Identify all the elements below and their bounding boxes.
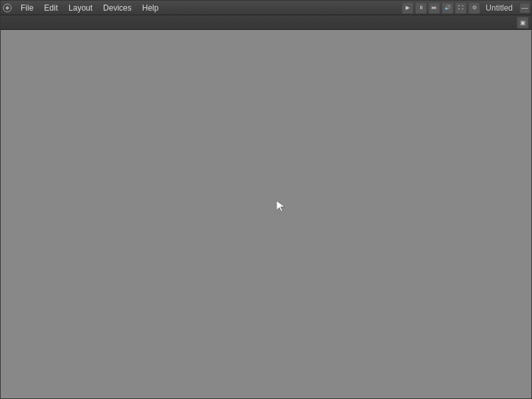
window-close-button[interactable]: — — [519, 3, 530, 13]
toolbar-row: ▣ — [1, 15, 531, 30]
main-canvas[interactable] — [1, 30, 531, 398]
svg-marker-1 — [277, 201, 285, 211]
fullscreen-button[interactable]: ⛶ — [455, 2, 467, 14]
skip-end-button[interactable]: ⏭ — [428, 2, 440, 14]
window-title: Untitled — [481, 2, 517, 14]
cursor-indicator — [277, 201, 285, 211]
panel-toggle-button[interactable]: ▣ — [517, 17, 529, 29]
menu-item-file[interactable]: File — [15, 1, 39, 15]
app-icon — [2, 3, 13, 13]
menu-items: File Edit Layout Devices Help — [15, 1, 402, 15]
pause-button[interactable]: ⏸ — [415, 2, 427, 14]
play-button[interactable]: ▶ — [402, 2, 414, 14]
toolbar-right: ▶ ⏸ ⏭ 🔊 ⛶ ⚙ Untitled — — [402, 2, 530, 14]
menu-bar: File Edit Layout Devices Help ▶ ⏸ ⏭ 🔊 ⛶ … — [1, 1, 531, 15]
menu-item-help[interactable]: Help — [137, 1, 164, 15]
settings-button[interactable]: ⚙ — [468, 2, 480, 14]
menu-item-edit[interactable]: Edit — [39, 1, 63, 15]
app-window: File Edit Layout Devices Help ▶ ⏸ ⏭ 🔊 ⛶ … — [0, 0, 532, 399]
menu-item-devices[interactable]: Devices — [98, 1, 137, 15]
volume-button[interactable]: 🔊 — [442, 2, 454, 14]
menu-item-layout[interactable]: Layout — [63, 1, 98, 15]
